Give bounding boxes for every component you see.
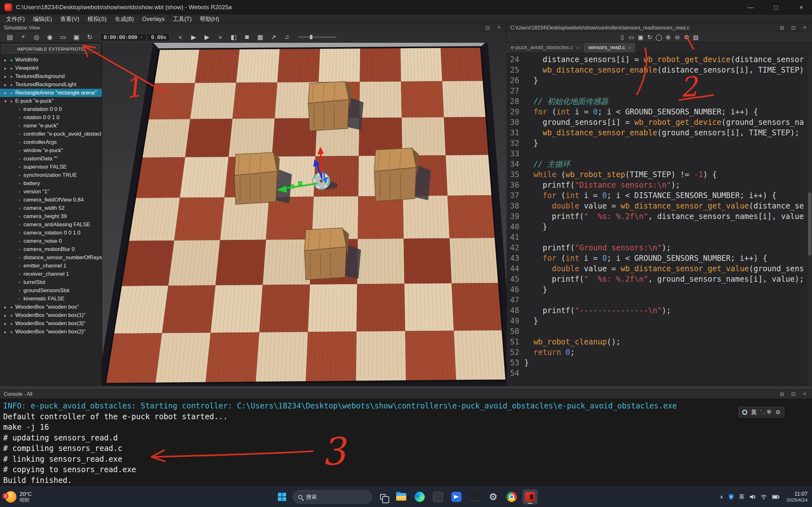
tree-item[interactable]: ▪groundSensorsSlot [0, 286, 102, 295]
close-icon[interactable]: × [496, 25, 502, 31]
volume-icon[interactable] [749, 493, 756, 500]
sound-icon[interactable]: ♫ [280, 33, 293, 41]
tree-item[interactable]: ▪controllerArgs [0, 138, 102, 147]
ime-language[interactable]: 英 [751, 408, 757, 416]
language-indicator[interactable]: 英 [739, 493, 745, 500]
code-line[interactable]: 35 while (wb_robot_step(TIME_STEP) != -1… [507, 170, 812, 180]
taskbar-search[interactable]: 搜索 [293, 490, 372, 504]
code-line[interactable]: 47 [507, 295, 812, 305]
code-line[interactable]: 26 } [507, 75, 812, 86]
tree-item[interactable]: ▸●WoodenBox "wooden box" [0, 303, 102, 311]
code-line[interactable]: 43 for (int i = 0; i < GROUND_SENSORS_NU… [507, 253, 812, 264]
code-line[interactable]: 30 ground_sensors[i] = wb_robot_get_devi… [507, 117, 812, 128]
fast-forward-icon[interactable]: » [213, 33, 227, 41]
menu-item[interactable]: 生成(B) [111, 15, 138, 23]
tree-item[interactable]: ▪synchronization TRUE [0, 171, 102, 179]
code-line[interactable]: 46 } [507, 285, 812, 295]
new-file-icon[interactable]: ▯ [618, 34, 627, 41]
float-icon[interactable]: ⊡ [790, 25, 797, 31]
tree-item[interactable]: ▪translation 0 0 0 [0, 105, 102, 113]
menu-item[interactable]: Overlays [138, 16, 169, 22]
tree-item[interactable]: ▪customData "" [0, 155, 102, 163]
float-icon[interactable]: ⊡ [790, 391, 797, 397]
code-line[interactable]: 54 [507, 368, 812, 379]
preferences-icon[interactable]: ⚙ [682, 34, 691, 41]
reload-file-icon[interactable]: ↻ [645, 34, 654, 41]
tree-item[interactable]: ▸●TexturedBackground [0, 72, 102, 80]
zoom-in-icon[interactable]: ⊕ [664, 34, 673, 41]
code-line[interactable]: 32 } [507, 138, 812, 149]
tree-item[interactable]: ▸●WoodenBox "wooden box(2)" [0, 328, 102, 336]
tree-item[interactable]: ▪distance_sensor_numberOfRays [0, 253, 102, 262]
code-line[interactable]: 24 distance_sensors[i] = wb_robot_get_de… [507, 55, 812, 65]
menu-item[interactable]: 文件(F) [2, 15, 29, 23]
close-icon[interactable]: × [801, 25, 808, 31]
tree-item[interactable]: ▸●TexturedBackgroundLight [0, 80, 102, 89]
expand-icon[interactable]: ▸ [3, 313, 8, 318]
add-node-icon[interactable]: + [16, 33, 30, 41]
app-icon-1[interactable] [430, 489, 446, 504]
volume-slider[interactable] [299, 37, 337, 38]
code-line[interactable]: 51 wb_robot_cleanup(); [507, 337, 812, 347]
code-line[interactable]: 29 for (int i = 0; i < GROUND_SENSORS_NU… [507, 107, 812, 117]
tab-e-puck_avoid_obstacles.c[interactable]: e-puck_avoid_obstacles.c× [507, 43, 583, 53]
code-line[interactable]: 52 return 0; [507, 347, 812, 358]
menu-item[interactable]: 编辑(E) [29, 15, 56, 23]
ime-status-icon[interactable] [742, 410, 747, 415]
expand-icon[interactable]: ▸ [3, 305, 8, 309]
menu-item[interactable]: 查看(V) [56, 15, 84, 23]
slider-thumb[interactable] [310, 35, 312, 39]
app-icon-3[interactable] [467, 489, 483, 504]
minimize-icon[interactable]: ⊟ [778, 391, 785, 397]
file-explorer-icon[interactable] [394, 489, 409, 504]
tree-item[interactable]: ▪camera_fieldOfView 0.84 [0, 196, 102, 204]
navigation-icon[interactable]: ◎ [30, 33, 43, 41]
code-line[interactable]: 36 printf("Distance sensors:\n"); [507, 180, 812, 190]
tree-item[interactable]: ▸●Viewpoint [0, 64, 102, 72]
open-world-icon[interactable]: ▭ [56, 33, 70, 41]
webots-icon[interactable] [522, 489, 538, 504]
tree-item[interactable]: ▪camera_rotation 0 0 1 0 [0, 229, 102, 237]
code-line[interactable]: 25 wb_distance_sensor_enable(distance_se… [507, 65, 812, 75]
code-line[interactable]: 44 double value = wb_distance_sensor_get… [507, 264, 812, 274]
minimize-window-icon[interactable]: — [740, 0, 761, 14]
tree-item[interactable]: ▪camera_motionBlur 0 [0, 245, 102, 253]
scrollbar-thumb[interactable] [808, 192, 811, 256]
importable-externproto-button[interactable]: IMPORTABLE EXTERNPROTO [2, 44, 100, 53]
code-area[interactable]: 24 distance_sensors[i] = wb_robot_get_de… [507, 53, 812, 386]
code-line[interactable]: 48 printf("---------------\n"); [507, 305, 812, 316]
code-line[interactable]: 31 wb_distance_sensor_enable(ground_sens… [507, 128, 812, 138]
menu-item[interactable]: 工具(T) [169, 15, 196, 23]
expand-icon[interactable]: ▸ [3, 74, 8, 79]
tree-item[interactable]: ▪turretSlot [0, 278, 102, 286]
code-line[interactable]: 34 // 主循环 [507, 159, 812, 170]
simulation-time-widget[interactable]: 0:00:00:000 ▾ │ 0.00x [100, 33, 170, 41]
tab-close-icon[interactable]: × [576, 45, 579, 50]
code-line[interactable]: 42 printf("Ground sensors:\n"); [507, 243, 812, 253]
tree-item[interactable]: ▸●WoodenBox "wooden box(3)" [0, 320, 102, 328]
tree-item[interactable]: ▪version "1" [0, 187, 102, 196]
horizontal-splitter[interactable] [0, 386, 812, 389]
expand-icon[interactable]: ▸ [3, 66, 8, 71]
close-icon[interactable]: × [801, 391, 808, 397]
rendering-icon[interactable]: ◧ [227, 33, 240, 41]
tree-item[interactable]: ▪supervisor FALSE [0, 163, 102, 171]
reload-world-icon[interactable]: ↻ [83, 33, 96, 41]
editor-scrollbar[interactable] [808, 53, 812, 386]
taskbar-clock[interactable]: 11:07 2025/4/24 [786, 491, 808, 503]
ime-toolbar[interactable]: 英 '，半 ⚙ [738, 406, 785, 418]
toggle-scene-tree-icon[interactable]: ▤ [3, 33, 16, 41]
tree-item[interactable]: ▪camera_noise 0 [0, 237, 102, 245]
menu-item[interactable]: 模拟(S) [84, 15, 111, 23]
edge-icon[interactable] [412, 489, 427, 504]
tab-close-icon[interactable]: × [628, 45, 631, 50]
save-world-icon[interactable]: ▣ [70, 33, 83, 41]
play-icon[interactable]: ▶ [200, 33, 213, 41]
code-line[interactable]: 38 double value = wb_distance_sensor_get… [507, 201, 812, 211]
expand-icon[interactable]: ▾ [3, 99, 8, 104]
expand-icon[interactable]: ▸ [3, 330, 8, 334]
movie-icon[interactable]: ▦ [253, 33, 267, 41]
network-icon[interactable] [760, 493, 767, 500]
tree-item[interactable]: ▸●RectangleArena "rectangle arena" [0, 89, 102, 97]
save-file-icon[interactable]: ▣ [636, 34, 645, 41]
